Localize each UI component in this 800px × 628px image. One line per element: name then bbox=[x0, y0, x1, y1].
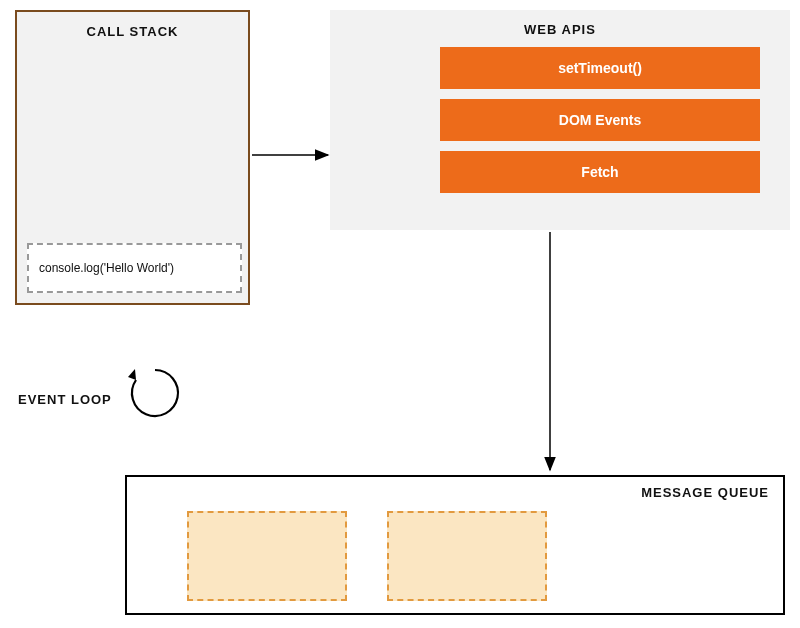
event-loop-arc-icon bbox=[125, 363, 185, 423]
web-api-item: DOM Events bbox=[440, 99, 760, 141]
web-api-item: setTimeout() bbox=[440, 47, 760, 89]
call-stack-frame-text: console.log('Hello World') bbox=[39, 261, 174, 275]
web-api-item: Fetch bbox=[440, 151, 760, 193]
call-stack-title: CALL STACK bbox=[17, 12, 248, 39]
message-queue-box: MESSAGE QUEUE bbox=[125, 475, 785, 615]
diagram-canvas: CALL STACK console.log('Hello World') WE… bbox=[0, 0, 800, 628]
call-stack-box: CALL STACK console.log('Hello World') bbox=[15, 10, 250, 305]
message-queue-slot bbox=[187, 511, 347, 601]
web-apis-title: WEB APIS bbox=[330, 10, 790, 47]
web-apis-list: setTimeout() DOM Events Fetch bbox=[330, 47, 790, 193]
message-queue-slot bbox=[387, 511, 547, 601]
event-loop-label: EVENT LOOP bbox=[18, 392, 112, 407]
message-queue-title: MESSAGE QUEUE bbox=[641, 485, 769, 500]
web-apis-box: WEB APIS setTimeout() DOM Events Fetch bbox=[330, 10, 790, 230]
svg-marker-0 bbox=[128, 369, 136, 380]
call-stack-frame: console.log('Hello World') bbox=[27, 243, 242, 293]
